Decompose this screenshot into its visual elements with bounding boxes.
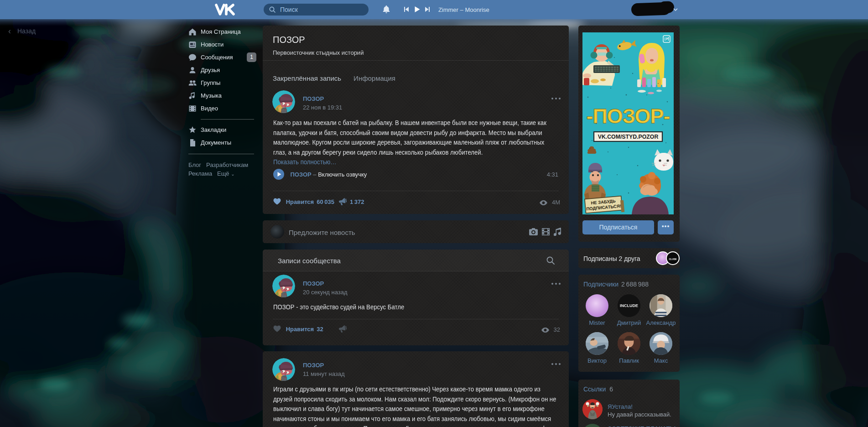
svg-text:VK.COM/STYD.POZOR: VK.COM/STYD.POZOR bbox=[598, 134, 659, 140]
svg-text:-ПОЗОР-: -ПОЗОР- bbox=[587, 104, 670, 128]
